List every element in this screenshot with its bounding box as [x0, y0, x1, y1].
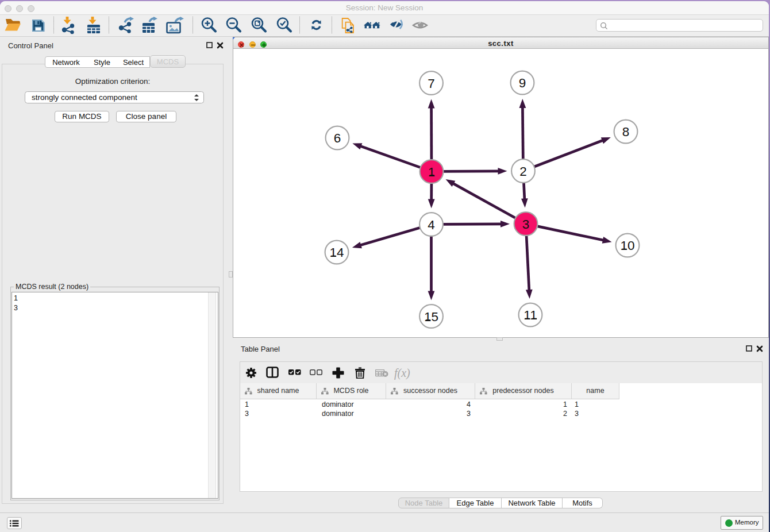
svg-text:1: 1 [428, 165, 436, 179]
svg-text:11: 11 [523, 308, 537, 322]
svg-text:4: 4 [428, 218, 435, 232]
svg-text:8: 8 [622, 125, 630, 139]
svg-text:6: 6 [334, 131, 341, 145]
svg-text:14: 14 [329, 245, 344, 260]
svg-text:7: 7 [428, 76, 435, 91]
svg-text:2: 2 [519, 164, 527, 179]
svg-text:15: 15 [424, 310, 438, 324]
svg-text:9: 9 [519, 76, 526, 90]
svg-text:10: 10 [620, 238, 634, 253]
svg-text:3: 3 [522, 217, 530, 232]
